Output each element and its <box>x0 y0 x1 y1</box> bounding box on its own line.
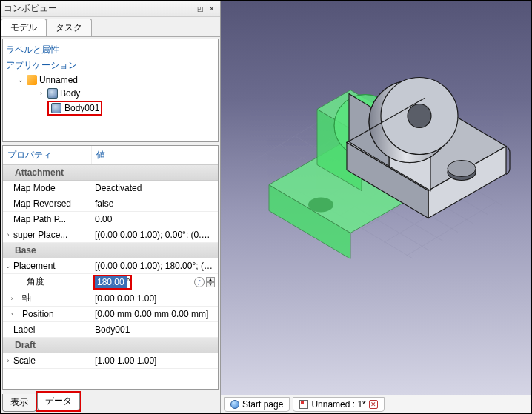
prop-map-mode[interactable]: Map ModeDeactivated <box>3 181 218 196</box>
tree-item-document[interactable]: ⌄ Unnamed <box>6 73 215 87</box>
chevron-right-icon[interactable]: › <box>3 357 13 364</box>
prop-label[interactable]: LabelBody001 <box>3 322 218 338</box>
combo-tabs: モデル タスク <box>1 17 220 37</box>
body-icon <box>50 102 62 114</box>
group-attachment: Attachment <box>3 165 218 181</box>
tree-item-body001[interactable]: Body001 <box>6 100 215 116</box>
tree-item-label: Unnamed <box>39 75 78 85</box>
close-tab-icon[interactable]: ✕ <box>369 400 378 409</box>
prop-scale[interactable]: ›Scale[1.00 1.00 1.00] <box>3 353 218 369</box>
prop-axis[interactable]: ›軸[0.00 0.00 1.00] <box>3 290 218 307</box>
tab-model[interactable]: モデル <box>1 19 47 36</box>
property-panel: プロパティ 値 Attachment Map ModeDeactivated M… <box>2 145 219 390</box>
prop-angle[interactable]: 角度 180.00° ƒ ▲▼ <box>3 274 218 290</box>
spin-buttons[interactable]: ▲▼ <box>206 277 215 287</box>
prop-map-reversed[interactable]: Map Reversedfalse <box>3 196 218 212</box>
prop-angle-label: 角度 <box>13 274 92 290</box>
expression-icon[interactable]: ƒ <box>194 277 205 287</box>
chevron-down-icon[interactable]: ⌄ <box>3 262 13 270</box>
panel-header: コンボビュー ◰ ✕ <box>1 1 220 17</box>
tab-label: Unnamed : 1* <box>311 399 365 410</box>
tree-item-body[interactable]: › Body <box>6 87 215 100</box>
chevron-right-icon[interactable]: › <box>3 295 13 302</box>
highlight-box: Body001 <box>47 101 102 116</box>
angle-input[interactable]: 180.00° <box>95 276 130 288</box>
3d-viewport[interactable] <box>221 1 531 395</box>
freecad-icon <box>299 400 308 409</box>
svg-point-21 <box>308 198 333 213</box>
prop-placement[interactable]: ⌄Placement[(0.00 0.00 1.00); 180.00°; (0… <box>3 258 218 274</box>
combo-view-panel: コンボビュー ◰ ✕ モデル タスク ラベルと属性 アプリケーション ⌄ Unn… <box>1 1 221 413</box>
tab-view[interactable]: 表示 <box>2 394 36 412</box>
prop-position[interactable]: ›Position[0.00 mm 0.00 mm 0.00 mm] <box>3 307 218 322</box>
group-draft: Draft <box>3 338 218 353</box>
model-tree[interactable]: ラベルと属性 アプリケーション ⌄ Unnamed › Body Body001 <box>2 39 219 142</box>
column-header-value: 値 <box>92 146 110 164</box>
tree-header-label: ラベルと属性 <box>6 42 215 58</box>
svg-point-29 <box>408 104 431 128</box>
chevron-right-icon[interactable]: › <box>3 310 13 318</box>
globe-icon <box>230 400 239 409</box>
column-header-property: プロパティ <box>3 146 92 164</box>
tab-data[interactable]: データ <box>37 393 80 410</box>
svg-point-31 <box>448 161 476 177</box>
document-icon <box>26 74 38 86</box>
tab-document[interactable]: Unnamed : 1* ✕ <box>293 397 384 412</box>
tree-item-label: Body001 <box>64 103 99 113</box>
tab-task[interactable]: タスク <box>46 19 92 36</box>
body-icon <box>47 87 59 99</box>
tab-start-page[interactable]: Start page <box>224 397 290 412</box>
viewport-tabs: Start page Unnamed : 1* ✕ <box>221 395 531 413</box>
chevron-down-icon[interactable]: ⌄ <box>16 76 24 84</box>
tab-label: Start page <box>242 399 283 410</box>
highlight-box: データ <box>36 391 81 412</box>
prop-map-path[interactable]: Map Path P...0.00 <box>3 212 218 227</box>
chevron-right-icon[interactable]: › <box>3 231 13 238</box>
group-base: Base <box>3 243 218 258</box>
highlight-box: 180.00° <box>93 275 132 290</box>
tree-application-label: アプリケーション <box>6 58 215 73</box>
tree-item-label: Body <box>60 88 80 99</box>
right-panel: Start page Unnamed : 1* ✕ <box>221 1 531 413</box>
3d-scene <box>236 48 517 332</box>
property-tabs: 表示 データ <box>1 391 220 413</box>
panel-title: コンボビュー <box>4 2 57 15</box>
property-header: プロパティ 値 <box>3 146 218 165</box>
close-icon[interactable]: ✕ <box>207 4 217 14</box>
prop-super-placement[interactable]: ›super Place...[(0.00 0.00 1.00); 0.00°;… <box>3 227 218 243</box>
undock-icon[interactable]: ◰ <box>195 4 205 14</box>
chevron-right-icon[interactable]: › <box>37 90 45 98</box>
